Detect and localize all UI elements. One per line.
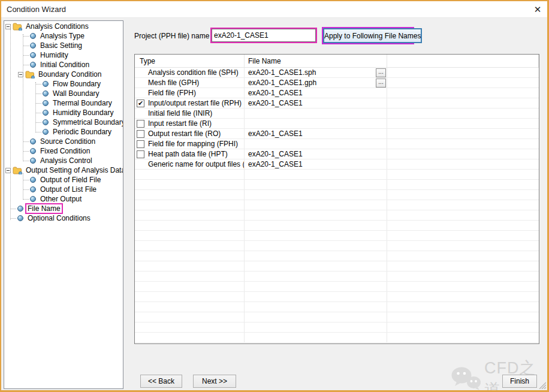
table-row[interactable]: Initial field file (INIR) [135, 108, 539, 119]
tree-item-label: Output of List File [39, 185, 98, 194]
table-empty-row [135, 292, 539, 302]
checkbox-unchecked[interactable] [137, 120, 144, 128]
table-empty-row [135, 210, 539, 221]
file-type-label: Mesh file (GPH) [146, 79, 199, 87]
tree-item-label: Humidity Boundary [52, 108, 114, 117]
table-empty-row [135, 221, 539, 231]
tree-connector [23, 141, 29, 142]
sidebar-item-output-setting-of-analysis-data[interactable]: Output Setting of Analysis Data [4, 165, 123, 175]
table-row[interactable]: Output restart file (RO)exA20-1_CASE1 [135, 129, 539, 139]
blank-cell [387, 190, 539, 200]
file-name-value[interactable]: exA20-1_CASE1.gph [245, 79, 376, 87]
tree-collapse-icon[interactable] [5, 24, 11, 29]
condition-tree: Analysis ConditionsAnalysis TypeBasic Se… [4, 21, 123, 223]
table-empty-row [135, 333, 539, 343]
sidebar-item-fixed-condition[interactable]: Fixed Condition [4, 146, 123, 156]
tree-connector [36, 103, 41, 104]
table-empty-row [135, 180, 539, 190]
table-empty-row [135, 170, 539, 180]
blank-cell [387, 139, 539, 149]
sidebar-item-periodic-boundary[interactable]: Periodic Boundary [4, 127, 123, 137]
blank-cell [387, 251, 539, 261]
tree-collapse-icon[interactable] [5, 168, 11, 173]
sidebar-item-output-of-list-file[interactable]: Output of List File [4, 185, 123, 194]
sidebar-item-initial-condition[interactable]: Initial Condition [4, 60, 123, 70]
table-row[interactable]: ✔Input/output restart file (RPH)exA20-1_… [135, 98, 539, 108]
column-header-file-name[interactable]: File Name [245, 55, 387, 67]
project-pph-label: Project (PPH file) name [134, 32, 209, 40]
sidebar-item-other-output[interactable]: Other Output [4, 194, 123, 204]
file-name-value[interactable]: exA20-1_CASE1 [245, 150, 387, 158]
sidebar-item-symmetrical-boundary[interactable]: Symmetrical Boundary [4, 117, 123, 127]
file-name-value[interactable]: exA20-1_CASE1.sph [245, 68, 376, 77]
sidebar-item-analysis-control[interactable]: Analysis Control [4, 156, 123, 165]
sidebar-item-humidity-boundary[interactable]: Humidity Boundary [4, 108, 123, 117]
tree-dot-icon [30, 158, 36, 164]
sidebar-item-wall-boundary[interactable]: Wall Boundary [4, 89, 123, 98]
tree-collapse-icon[interactable] [18, 72, 23, 77]
tree-item-label: Source Condition [39, 137, 96, 146]
apply-to-following-file-names-button[interactable]: Apply to Following File Names [323, 28, 422, 43]
table-row[interactable]: Input restart file (RI) [135, 119, 539, 129]
table-row[interactable]: Generic name for output files (...exA20-… [135, 159, 539, 170]
file-name-value[interactable]: exA20-1_CASE1 [245, 129, 387, 138]
sidebar-item-analysis-conditions[interactable]: Analysis Conditions [4, 22, 123, 31]
browse-ellipsis-button[interactable]: ... [376, 68, 386, 77]
blank-cell [387, 98, 539, 108]
finish-button[interactable]: Finish [502, 375, 537, 388]
blank-cell [387, 312, 539, 322]
tree-dot-icon [43, 100, 49, 106]
tree-dot-icon [30, 196, 36, 202]
sidebar-item-analysis-type[interactable]: Analysis Type [4, 31, 123, 41]
table-row[interactable]: Field file for mapping (FPHI) [135, 139, 539, 149]
condition-tree-panel[interactable]: Analysis ConditionsAnalysis TypeBasic Se… [4, 20, 123, 389]
table-empty-row [135, 241, 539, 251]
project-name-input[interactable] [212, 29, 316, 42]
blank-cell [387, 180, 539, 189]
sidebar-item-flow-boundary[interactable]: Flow Boundary [4, 79, 123, 89]
folder-icon [13, 167, 22, 174]
tree-item-label: Analysis Conditions [25, 22, 90, 31]
table-row[interactable]: Heat path data file (HPT)exA20-1_CASE1 [135, 149, 539, 159]
resize-grip[interactable] [538, 381, 546, 389]
checkbox-slot [135, 150, 146, 158]
tree-dot-icon [43, 119, 49, 125]
tree-connector [23, 36, 29, 37]
tree-connector [23, 161, 29, 161]
table-row[interactable]: Analysis condition file (SPH)exA20-1_CAS… [135, 68, 539, 78]
tree-item-label: Periodic Boundary [52, 128, 113, 136]
tree-dot-icon [30, 138, 36, 144]
sidebar-item-source-condition[interactable]: Source Condition [4, 137, 123, 146]
checkbox-unchecked[interactable] [137, 150, 144, 158]
blank-cell [387, 88, 539, 98]
tree-item-label: Analysis Type [39, 32, 86, 40]
close-icon[interactable]: ✕ [532, 4, 544, 16]
back-button[interactable]: << Back [140, 375, 182, 388]
blank-cell [387, 333, 539, 342]
blank-cell [387, 149, 539, 159]
sidebar-item-output-of-field-file[interactable]: Output of Field File [4, 175, 123, 185]
tree-dot-icon [30, 177, 36, 183]
tree-connector [11, 218, 16, 219]
column-header-type[interactable]: Type [135, 55, 245, 67]
checkbox-unchecked[interactable] [137, 140, 144, 148]
sidebar-item-thermal-boundary[interactable]: Thermal Boundary [4, 98, 123, 108]
checkbox-unchecked[interactable] [137, 130, 144, 138]
file-name-value[interactable]: exA20-1_CASE1 [245, 160, 387, 168]
blank-cell [387, 210, 539, 220]
blank-cell [387, 292, 539, 301]
table-row[interactable]: Mesh file (GPH)exA20-1_CASE1.gph... [135, 78, 539, 88]
sidebar-item-basic-setting[interactable]: Basic Setting [4, 41, 123, 50]
sidebar-item-boundary-condition[interactable]: Boundary Condition [4, 70, 123, 79]
browse-ellipsis-button[interactable]: ... [376, 79, 386, 88]
checkbox-checked[interactable]: ✔ [137, 99, 144, 107]
sidebar-item-humidity[interactable]: Humidity [4, 50, 123, 60]
checkbox-slot [135, 130, 146, 138]
sidebar-item-file-name[interactable]: File Name [4, 204, 123, 213]
sidebar-item-optional-conditions[interactable]: Optional Conditions [4, 213, 123, 223]
table-row[interactable]: Field file (FPH)exA20-1_CASE1 [135, 88, 539, 98]
tree-dot-icon [43, 81, 49, 87]
file-name-value[interactable]: exA20-1_CASE1 [245, 89, 387, 97]
file-name-value[interactable]: exA20-1_CASE1 [245, 99, 387, 107]
next-button[interactable]: Next >> [193, 375, 236, 388]
